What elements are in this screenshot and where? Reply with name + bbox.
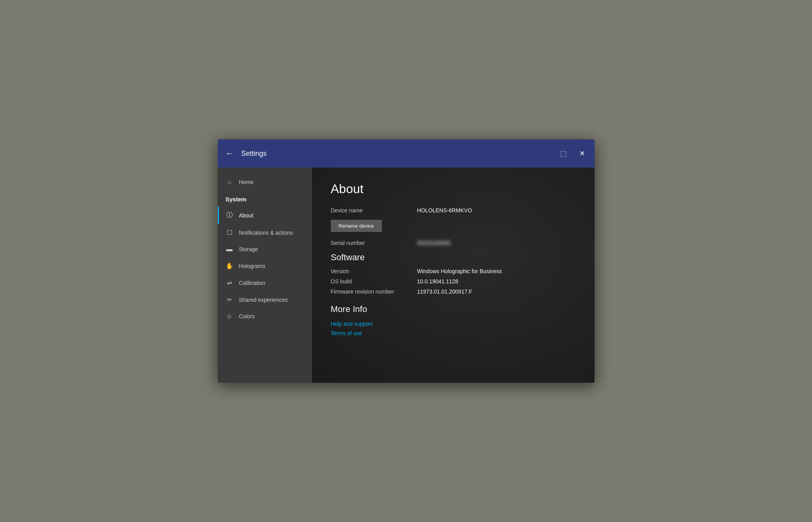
sidebar-home-label: Home	[239, 179, 254, 185]
help-and-support-link[interactable]: Help and support	[331, 321, 576, 327]
sidebar-calibration-label: Calibration	[239, 280, 265, 286]
sidebar-system-label: System	[226, 196, 246, 203]
sidebar-about-label: About	[239, 212, 254, 219]
sidebar: ⌂ Home System ⓘ About ☐ Notifications & …	[218, 168, 312, 383]
sidebar-colors-label: Colors	[239, 313, 255, 319]
holograms-icon: ✋	[226, 262, 234, 270]
more-info-heading: More Info	[331, 304, 576, 314]
titlebar-title: Settings	[241, 150, 558, 158]
titlebar: ← Settings ⬚ ✕	[218, 139, 595, 168]
shared-icon: ✂	[226, 296, 234, 303]
software-section: Software Version Windows Holographic for…	[331, 252, 576, 295]
main-area: ⌂ Home System ⓘ About ☐ Notifications & …	[218, 168, 595, 383]
sidebar-system-header: System	[218, 190, 312, 206]
sidebar-notifications-label: Notifications & actions	[239, 230, 293, 236]
os-build-row: OS build 10.0.19041.1128	[331, 278, 576, 285]
terms-of-use-link[interactable]: Terms of use	[331, 330, 576, 336]
os-build-label: OS build	[331, 278, 417, 285]
os-build-value: 10.0.19041.1128	[417, 278, 458, 285]
version-row: Version Windows Holographic for Business	[331, 268, 576, 274]
sidebar-item-notifications[interactable]: ☐ Notifications & actions	[218, 224, 312, 241]
device-name-value: HOLOLENS-6RMKVO	[417, 207, 472, 214]
colors-icon: ☺	[226, 313, 234, 320]
sidebar-item-storage[interactable]: ▬ Storage	[218, 241, 312, 257]
device-name-row: Device name HOLOLENS-6RMKVO	[331, 207, 576, 214]
sidebar-item-colors[interactable]: ☺ Colors	[218, 308, 312, 325]
about-icon: ⓘ	[226, 211, 234, 219]
titlebar-controls: ⬚ ✕	[558, 148, 587, 159]
software-heading: Software	[331, 252, 576, 263]
page-title: About	[331, 182, 576, 196]
content-area: About Device name HOLOLENS-6RMKVO Rename…	[312, 168, 595, 383]
version-label: Version	[331, 268, 417, 274]
calibration-icon: ⇌	[226, 279, 234, 287]
sidebar-item-calibration[interactable]: ⇌ Calibration	[218, 274, 312, 291]
storage-icon: ▬	[226, 246, 234, 253]
device-name-label: Device name	[331, 207, 417, 214]
home-icon: ⌂	[226, 179, 234, 186]
serial-number-label: Serial number	[331, 240, 417, 246]
sidebar-item-home[interactable]: ⌂ Home	[218, 174, 312, 190]
firmware-row: Firmware revision number 11973.01.01.200…	[331, 288, 576, 295]
sidebar-shared-label: Shared experiences	[239, 297, 288, 303]
window-snap-button[interactable]: ⬚	[558, 148, 568, 159]
notifications-icon: ☐	[226, 229, 234, 236]
sidebar-item-about[interactable]: ⓘ About	[218, 206, 312, 224]
rename-device-button[interactable]: Rename device	[331, 220, 382, 232]
version-value: Windows Holographic for Business	[417, 268, 502, 274]
serial-number-row: Serial number 00429190065	[331, 240, 576, 246]
sidebar-holograms-label: Holograms	[239, 263, 266, 269]
sidebar-item-holograms[interactable]: ✋ Holograms	[218, 257, 312, 274]
firmware-value: 11973.01.01.200917.F	[417, 288, 473, 295]
close-button[interactable]: ✕	[578, 148, 587, 159]
sidebar-storage-label: Storage	[239, 246, 258, 252]
settings-window: ← Settings ⬚ ✕ ⌂ Home System ⓘ About	[218, 139, 595, 383]
serial-number-value: 00429190065	[417, 240, 451, 246]
back-button[interactable]: ←	[226, 149, 234, 158]
sidebar-item-shared[interactable]: ✂ Shared experiences	[218, 291, 312, 308]
firmware-label: Firmware revision number	[331, 288, 417, 295]
